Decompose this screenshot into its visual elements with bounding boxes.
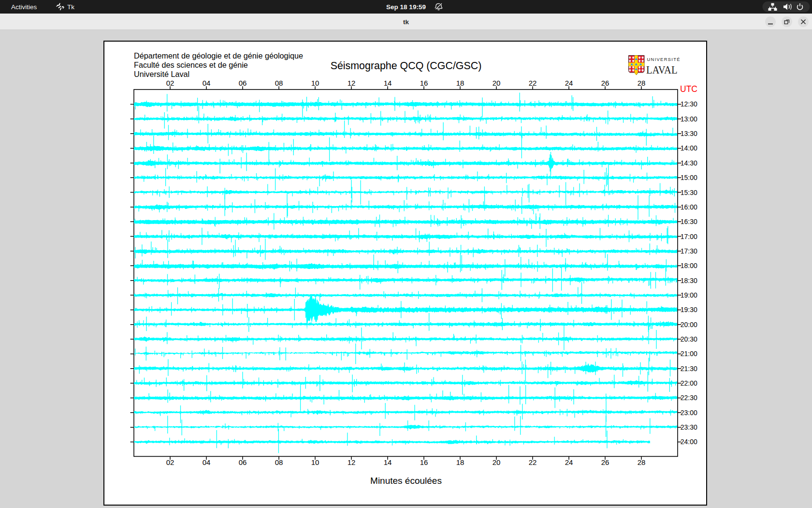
svg-text:23:30: 23:30 [681, 423, 697, 431]
svg-text:16: 16 [420, 458, 428, 466]
svg-text:14: 14 [384, 79, 392, 87]
svg-text:18:00: 18:00 [681, 262, 697, 269]
svg-text:22: 22 [529, 79, 537, 87]
svg-text:21:30: 21:30 [681, 365, 697, 373]
svg-text:Université Laval: Université Laval [134, 70, 189, 78]
svg-text:08: 08 [275, 458, 283, 466]
svg-text:26: 26 [601, 79, 609, 87]
svg-text:20: 20 [493, 79, 501, 87]
svg-text:24:00: 24:00 [681, 438, 697, 446]
svg-text:02: 02 [166, 79, 174, 87]
svg-text:24: 24 [565, 458, 573, 466]
svg-text:19:30: 19:30 [681, 306, 697, 314]
svg-text:18:30: 18:30 [681, 277, 697, 284]
svg-text:24: 24 [565, 79, 573, 87]
svg-text:20:30: 20:30 [681, 335, 697, 343]
svg-text:tk: tk [403, 18, 409, 26]
svg-text:14: 14 [384, 458, 392, 466]
svg-text:06: 06 [239, 79, 247, 87]
svg-text:28: 28 [638, 458, 646, 466]
svg-text:14:30: 14:30 [681, 159, 697, 167]
svg-text:20: 20 [493, 458, 501, 466]
svg-text:22:00: 22:00 [681, 379, 697, 387]
svg-text:15:00: 15:00 [681, 174, 697, 181]
svg-text:18: 18 [456, 458, 464, 466]
svg-text:04: 04 [203, 458, 211, 466]
svg-text:23:00: 23:00 [681, 409, 697, 417]
svg-text:Minutes écoulées: Minutes écoulées [370, 476, 442, 486]
svg-text:Tk: Tk [67, 3, 74, 11]
svg-text:10: 10 [311, 458, 319, 466]
svg-text:Faculté des sciences et de gén: Faculté des sciences et de génie [134, 60, 248, 69]
svg-text:UNIVERSITÉ: UNIVERSITÉ [647, 57, 681, 62]
svg-text:Activities: Activities [11, 3, 37, 11]
svg-text:26: 26 [601, 458, 609, 466]
svg-text:14:00: 14:00 [681, 144, 697, 152]
svg-text:Département de géologie et de: Département de géologie et de génie géol… [134, 51, 303, 60]
svg-text:28: 28 [638, 79, 646, 87]
svg-text:06: 06 [239, 458, 247, 466]
svg-text:17:00: 17:00 [681, 233, 697, 240]
svg-text:12: 12 [348, 458, 356, 466]
svg-text:16:00: 16:00 [681, 203, 697, 211]
svg-text:15:30: 15:30 [681, 189, 697, 196]
svg-text:13:00: 13:00 [681, 115, 697, 123]
svg-text:17:30: 17:30 [681, 247, 697, 255]
svg-text:Sep 18 19:59: Sep 18 19:59 [386, 3, 426, 11]
svg-text:UTC: UTC [680, 84, 697, 94]
svg-text:12:30: 12:30 [681, 100, 697, 108]
svg-text:12: 12 [348, 79, 356, 87]
svg-text:16: 16 [420, 79, 428, 87]
svg-text:16:30: 16:30 [681, 218, 697, 225]
svg-text:LAVAL: LAVAL [646, 63, 678, 76]
svg-text:21:00: 21:00 [681, 350, 697, 358]
svg-text:22:30: 22:30 [681, 394, 697, 402]
svg-text:22: 22 [529, 458, 537, 466]
svg-text:13:30: 13:30 [681, 130, 697, 137]
svg-text:19:00: 19:00 [681, 291, 697, 299]
svg-text:20:00: 20:00 [681, 321, 697, 329]
svg-text:08: 08 [275, 79, 283, 87]
svg-text:02: 02 [166, 458, 174, 466]
svg-text:Séismographe QCQ (CGC/GSC): Séismographe QCQ (CGC/GSC) [331, 60, 482, 72]
svg-text:04: 04 [203, 79, 211, 87]
svg-text:18: 18 [456, 79, 464, 87]
svg-text:10: 10 [311, 79, 319, 87]
